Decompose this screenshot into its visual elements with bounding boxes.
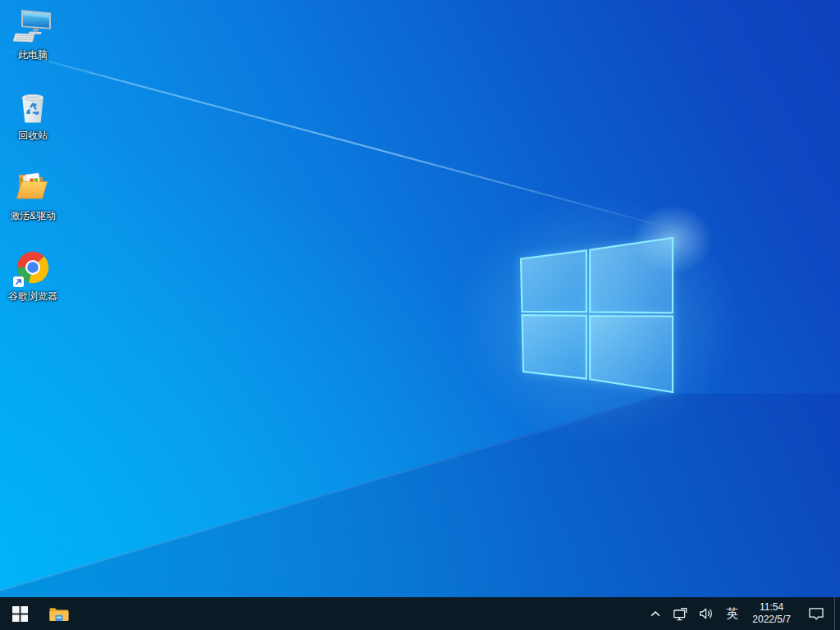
light-ray-upper [0,48,697,236]
shadow-wedge [0,0,840,597]
start-button[interactable] [0,597,39,630]
chevron-up-icon [650,609,661,619]
windows-hero-logo [520,235,674,394]
show-desktop-button[interactable] [834,597,840,630]
desktop-icon-google-chrome[interactable]: 谷歌浏览器 [3,248,62,320]
computer-icon [13,7,52,46]
recycle-bin-icon [13,87,52,126]
taskbar: 英 11:54 2022/5/7 [0,597,840,630]
desktop-icon-this-pc[interactable]: 此电脑 [3,7,62,79]
ime-indicator[interactable]: 英 [719,597,745,630]
icon-label: 激活&驱动 [10,210,56,221]
taskbar-clock[interactable]: 11:54 2022/5/7 [745,597,798,630]
action-center-button[interactable] [798,597,834,630]
clock-date: 2022/5/7 [752,614,791,626]
wallpaper [0,0,840,597]
action-center-icon [808,607,824,621]
show-hidden-icons-button[interactable] [644,597,667,630]
icon-label: 回收站 [18,130,48,141]
system-tray: 英 11:54 2022/5/7 [644,597,840,630]
icon-label: 谷歌浏览器 [8,290,57,302]
icon-label: 此电脑 [18,49,48,61]
clock-time: 11:54 [760,601,783,614]
windows-start-icon [12,606,28,622]
desktop-icon-recycle-bin[interactable]: 回收站 [3,87,62,159]
file-explorer-button[interactable] [39,597,79,630]
desktop-icon-list: 此电脑 回收站 [3,7,62,320]
speaker-icon [699,607,714,620]
desktop-icon-activation-drivers[interactable]: 激活&驱动 [3,167,62,240]
open-folder-icon [13,167,52,207]
volume-tray-button[interactable] [693,597,719,630]
shortcut-arrow-icon [13,276,24,287]
network-ethernet-icon [673,607,687,621]
desktop-screen: 此电脑 回收站 [0,0,840,630]
file-explorer-icon [48,605,70,623]
network-tray-button[interactable] [667,597,693,630]
